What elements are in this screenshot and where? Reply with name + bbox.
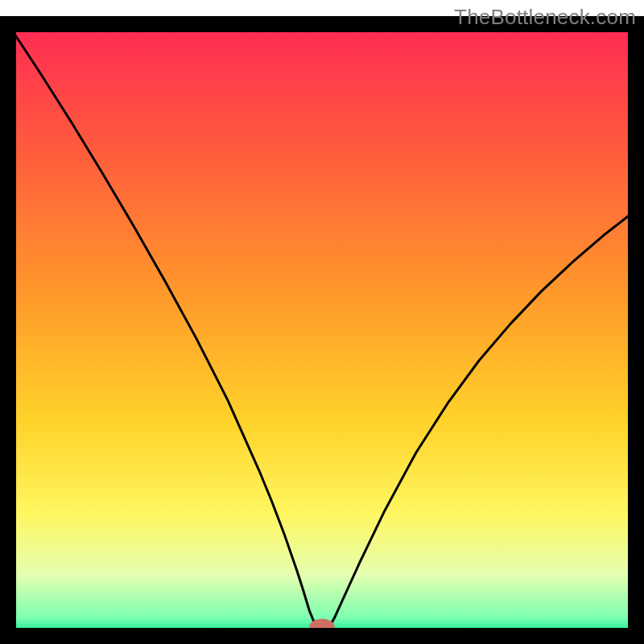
bottleneck-chart (0, 0, 644, 644)
chart-container: TheBottleneck.com (0, 0, 644, 644)
chart-background (8, 24, 636, 636)
